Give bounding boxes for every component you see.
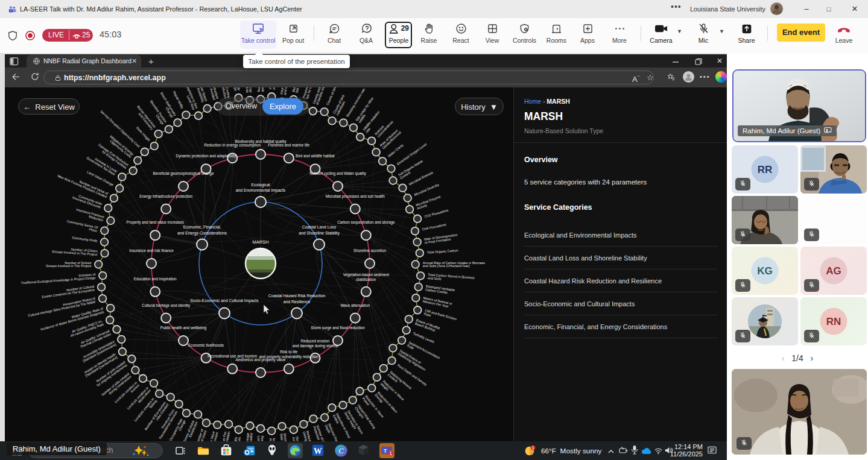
svg-text:Vegetation-based sediment: Vegetation-based sediment	[343, 273, 390, 277]
svg-text:Risk to life: Risk to life	[280, 350, 298, 354]
svg-text:and Resilience: and Resilience	[284, 300, 311, 304]
svg-text:Cultural heritage and identity: Cultural heritage and identity	[142, 303, 191, 308]
svg-text:Shoreline accretion: Shoreline accretion	[353, 248, 386, 253]
svg-text:Bird and wildlife habitat: Bird and wildlife habitat	[296, 154, 335, 158]
svg-text:Coastal Hazard Risk Reduction: Coastal Hazard Risk Reduction	[268, 294, 326, 298]
svg-text:Reduced erosion: Reduced erosion	[301, 339, 330, 343]
svg-text:Carbon sequestration and stora: Carbon sequestration and storage	[337, 220, 395, 225]
svg-text:W: W	[314, 447, 322, 456]
svg-text:Wave attenuation: Wave attenuation	[340, 303, 370, 307]
svg-text:Microbial processes and soil h: Microbial processes and soil health	[326, 194, 385, 199]
svg-text:Recreational use and tourism: Recreational use and tourism	[207, 354, 257, 358]
svg-text:Storm surge and flood reductio: Storm surge and flood reduction	[311, 326, 365, 330]
svg-text:Coastal Land Loss: Coastal Land Loss	[302, 225, 337, 229]
svg-text:MARSH: MARSH	[252, 239, 268, 245]
svg-text:29: 29	[401, 24, 410, 32]
svg-text:Public health and wellbeing: Public health and wellbeing	[160, 326, 207, 330]
svg-text:Reduction in energy consumptio: Reduction in energy consumption	[204, 143, 261, 148]
svg-text:Insurance and risk finance: Insurance and risk finance	[129, 248, 174, 253]
svg-text:Fisheries and marine life: Fisheries and marine life	[268, 143, 309, 147]
svg-text:Economic livelihoods: Economic livelihoods	[188, 343, 224, 347]
svg-text:Reduction in LivesLost: Reduction in LivesLost	[257, 436, 264, 441]
svg-text:Dynamic protection and adaptab: Dynamic protection and adaptability	[176, 154, 237, 159]
svg-text:Socio-Economic and Cultural Im: Socio-Economic and Cultural Impacts	[190, 298, 259, 303]
svg-text:Economic, Financial,: Economic, Financial,	[183, 225, 221, 229]
svg-text:and Environmental Impacts: and Environmental Impacts	[236, 188, 286, 193]
svg-text:Property and land value increa: Property and land value increases	[127, 220, 184, 225]
svg-text:1: 1	[389, 451, 392, 456]
svg-text:Beneficial geomorphological ch: Beneficial geomorphological change	[153, 171, 214, 176]
svg-text:stabilization: stabilization	[356, 277, 376, 282]
svg-text:1: 1	[532, 446, 534, 450]
svg-text:Property DamageCost Avoided: Property DamageCost Avoided	[244, 433, 253, 441]
svg-text:Ecological: Ecological	[252, 183, 270, 187]
svg-text:and Shoreline Stability: and Shoreline Stability	[299, 231, 340, 236]
svg-text:Number of fishspecies: Number of fishspecies	[257, 87, 264, 92]
svg-text:and damage during storms: and damage during storms	[293, 344, 338, 348]
svg-text:and Energy Considerations: and Energy Considerations	[177, 231, 227, 236]
svg-text:C: C	[338, 447, 344, 455]
svg-text:Aesthetics and property value: Aesthetics and property value	[236, 358, 286, 362]
svg-text:Education and inspiration: Education and inspiration	[134, 277, 177, 282]
svg-text:Nutrient cycling and Water qua: Nutrient cycling and Water quality	[309, 171, 366, 176]
svg-text:Energy infrastructure protecti: Energy infrastructure protection	[139, 194, 192, 199]
svg-text:T: T	[384, 448, 387, 454]
